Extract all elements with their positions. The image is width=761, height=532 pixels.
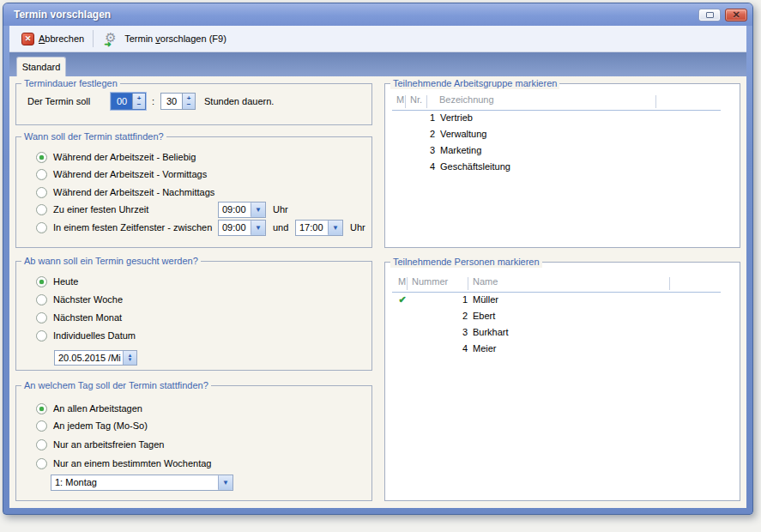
nr-cell: 3 [433,327,468,337]
person-row[interactable]: 2 Ebert [385,311,740,327]
content-area: Termindauer festlegen Der Termin soll 00… [9,76,746,508]
radio-all-workdays[interactable] [36,403,47,414]
option-label[interactable]: Zu einer festen Uhrzeit [53,204,148,215]
weekday-combobox[interactable]: 1: Montag ▼ [51,475,233,491]
option-label[interactable]: Nächsten Monat [53,312,122,323]
tab-standard[interactable]: Standard [16,57,66,76]
option-worktime-morning[interactable]: Während der Arbeitszeit - Vormittags [16,169,371,182]
radio-time-window[interactable] [36,222,47,233]
column-header-name[interactable]: Name [473,276,498,287]
radio-free-days[interactable] [36,439,47,450]
duration-text-after: Stunden dauern. [204,96,274,106]
radio-worktime-any[interactable] [36,152,47,163]
option-fixed-time[interactable]: Zu einer festen Uhrzeit [16,204,371,217]
tab-standard-label: Standard [22,62,61,72]
header-underline [392,110,721,111]
option-label[interactable]: Nächster Woche [53,294,123,305]
window-to-combobox[interactable]: 17:00 ▼ [295,220,343,236]
person-row[interactable]: ✔ 1 Müller [385,294,740,311]
option-label[interactable]: Individuelles Datum [53,330,136,341]
toolbar-separator [93,30,94,47]
hours-spin-buttons[interactable]: +− [132,94,145,109]
option-label[interactable]: Nur an arbeitsfreien Tagen [53,439,164,450]
option-worktime-afternoon[interactable]: Während der Arbeitszeit - Nachmittags [16,187,371,200]
fixed-time-combobox[interactable]: 09:00 ▼ [218,202,266,218]
minutes-spinner[interactable]: 30 +− [160,93,196,110]
option-label[interactable]: An jedem Tag (Mo-So) [53,420,148,431]
radio-individual-date[interactable] [36,330,47,342]
workgroup-row[interactable]: 2 Verwaltung [385,129,740,145]
group-which-day-title: An welchem Tag soll der Termin stattfind… [21,379,211,391]
option-free-days[interactable]: Nur an arbeitsfreien Tagen [16,439,371,452]
cancel-button[interactable]: ✕ Abbrechen [16,28,89,49]
name-cell: Vertrieb [440,112,473,123]
window-from-combobox[interactable]: 09:00 ▼ [218,220,266,236]
nr-cell: 2 [433,311,468,321]
titlebar: Termin vorschlagen ✕ [3,3,752,26]
radio-fixed-time[interactable] [36,204,47,215]
option-today[interactable]: Heute [16,276,371,289]
column-header-m[interactable]: M [398,276,406,287]
group-when-title: Wann soll der Termin stattfinden? [21,130,166,142]
hours-value[interactable]: 00 [112,94,132,109]
option-label[interactable]: Nur an einem bestimmten Wochentag [53,458,211,469]
option-worktime-any[interactable]: Während der Arbeitszeit - Beliebig [16,152,371,165]
workgroup-row[interactable]: 3 Marketing [385,145,740,161]
option-next-week[interactable]: Nächster Woche [16,294,371,307]
fixed-time-value: 09:00 [219,203,251,217]
column-header-bezeichnung[interactable]: Bezeichnung [439,94,494,105]
radio-next-week[interactable] [36,294,47,305]
option-label[interactable]: Heute [53,276,78,287]
hours-spinner[interactable]: 00 +− [111,93,146,110]
option-label[interactable]: Während der Arbeitszeit - Vormittags [53,169,207,179]
option-label[interactable]: An allen Arbeitstagen [53,403,142,414]
option-specific-weekday[interactable]: Nur an einem bestimmten Wochentag [16,458,371,471]
close-button[interactable]: ✕ [725,9,747,21]
dropdown-arrow-icon[interactable]: ▼ [251,203,265,217]
window-from-value: 09:00 [219,221,251,235]
name-cell: Geschäftsleitung [440,161,510,172]
group-persons: Teilnehmende Personen markieren M Nummer… [384,262,740,501]
header-underline [392,292,721,293]
name-cell: Marketing [440,145,481,155]
dialog-window: Termin vorschlagen ✕ ✕ Abbrechen ⚙ ➜ Ter… [3,3,753,515]
group-workgroups-title: Teilnehmende Arbeitsgruppe markieren [390,77,559,89]
radio-next-month[interactable] [36,312,47,323]
workgroup-row[interactable]: 1 Vertrieb [385,112,740,129]
person-row[interactable]: 3 Burkhart [385,327,740,343]
minutes-spin-buttons[interactable]: +− [182,94,195,109]
date-spinner-field[interactable]: 20.05.2015 /Mi ▲▼ [54,350,137,366]
group-duration-title: Termindauer festlegen [21,77,120,89]
radio-specific-weekday[interactable] [36,458,47,469]
dropdown-arrow-icon[interactable]: ▼ [251,221,265,235]
propose-appointment-button[interactable]: ⚙ ➜ Termin vorschlagen (F9) [100,28,232,49]
person-row[interactable]: 4 Meier [385,343,740,360]
window-conjunction: und [273,222,288,233]
radio-worktime-afternoon[interactable] [36,187,47,198]
date-spin-buttons[interactable]: ▲▼ [123,351,136,365]
option-individual-date[interactable]: Individuelles Datum [16,330,371,343]
dropdown-arrow-icon[interactable]: ▼ [218,475,233,490]
option-every-day[interactable]: An jedem Tag (Mo-So) [16,420,371,433]
restore-button[interactable] [698,9,721,21]
option-label[interactable]: In einem festen Zeitfenster - zwischen [53,222,212,233]
dropdown-arrow-icon[interactable]: ▼ [328,221,342,235]
option-label[interactable]: Während der Arbeitszeit - Beliebig [53,152,196,162]
radio-today[interactable] [36,276,47,287]
column-header-m[interactable]: M [396,94,404,105]
workgroup-row[interactable]: 4 Geschäftsleitung [385,161,740,178]
radio-worktime-morning[interactable] [36,169,47,180]
window-body: ✕ Abbrechen ⚙ ➜ Termin vorschlagen (F9) … [9,26,746,508]
nr-cell: 1 [433,294,468,305]
group-when: Wann soll der Termin stattfinden? Währen… [15,136,372,248]
radio-every-day[interactable] [36,420,47,432]
gear-green-arrow-icon: ⚙ ➜ [105,32,120,46]
option-all-workdays[interactable]: An allen Arbeitstagen [16,403,371,416]
option-label[interactable]: Während der Arbeitszeit - Nachmittags [53,187,214,197]
minutes-value[interactable]: 30 [161,94,182,109]
name-cell: Ebert [473,311,495,321]
column-header-nummer[interactable]: Nummer [412,276,448,287]
column-header-nr[interactable]: Nr. [410,94,422,105]
name-cell: Burkhart [473,327,509,337]
option-next-month[interactable]: Nächsten Monat [16,312,371,325]
